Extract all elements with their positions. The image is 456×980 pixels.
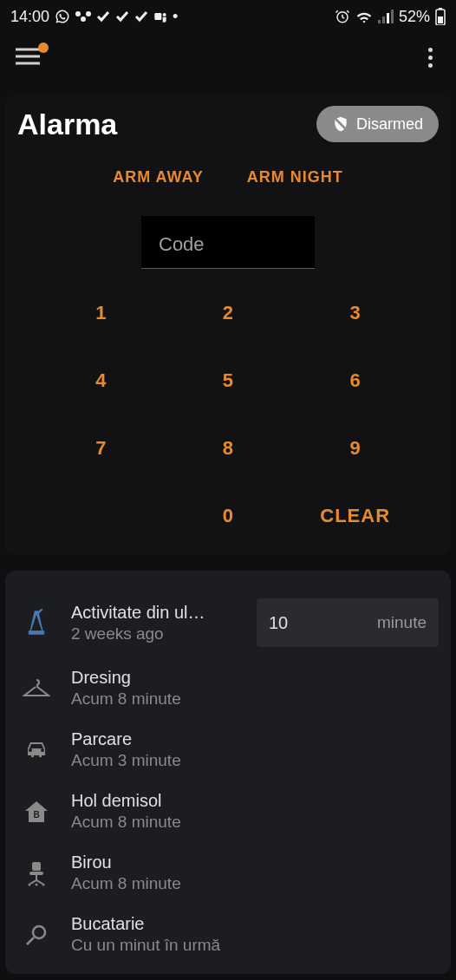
svg-point-20 <box>29 883 31 885</box>
status-badge[interactable]: Disarmed <box>316 106 439 142</box>
svg-rect-14 <box>29 630 44 635</box>
svg-point-4 <box>163 13 166 16</box>
arm-away-button[interactable]: ARM AWAY <box>113 168 204 186</box>
sensor-title: Parcare <box>71 729 439 749</box>
dot-icon: • <box>173 8 178 26</box>
hamburger-icon <box>16 48 40 65</box>
svg-rect-18 <box>29 872 43 875</box>
svg-rect-11 <box>438 16 443 23</box>
svg-rect-12 <box>439 8 442 10</box>
menu-button[interactable] <box>16 48 42 67</box>
whatsapp-icon <box>55 9 70 24</box>
wifi-icon <box>355 10 373 23</box>
svg-rect-7 <box>382 16 385 23</box>
key-1[interactable]: 1 <box>55 295 147 331</box>
list-item[interactable]: Dresing Acum 8 minute <box>17 657 439 719</box>
sensor-subtitle: Acum 3 minute <box>71 751 439 770</box>
check-icon <box>96 10 110 23</box>
svg-text:B: B <box>33 810 39 820</box>
list-item[interactable]: Parcare Acum 3 minute <box>17 719 439 781</box>
sensor-subtitle: Acum 8 minute <box>71 874 439 893</box>
office-chair-icon <box>24 860 49 886</box>
sensor-title: Activitate din ul… <box>71 603 241 623</box>
sensor-title: Bucatarie <box>71 914 439 934</box>
app-bar <box>0 33 456 82</box>
page-title: Alarma <box>17 108 117 141</box>
alarm-clock-icon <box>335 9 350 24</box>
svg-point-23 <box>33 926 45 938</box>
check-icon <box>115 10 129 23</box>
duration-input[interactable]: 10 minute <box>257 598 439 647</box>
keypad: 1 2 3 4 5 6 7 8 9 0 CLEAR <box>55 295 401 534</box>
list-item[interactable]: Bucatarie Cu un minut în urmă <box>17 904 439 965</box>
key-9[interactable]: 9 <box>309 430 401 467</box>
key-clear[interactable]: CLEAR <box>309 498 401 534</box>
signal-icon <box>378 10 394 23</box>
key-2[interactable]: 2 <box>182 295 275 331</box>
svg-point-1 <box>81 16 86 22</box>
duration-unit: minute <box>377 613 427 632</box>
svg-point-0 <box>75 11 81 16</box>
svg-point-2 <box>86 11 91 16</box>
sensor-subtitle: Cu un minut în urmă <box>71 936 439 955</box>
alarm-card: Alarma Disarmed ARM AWAY ARM NIGHT Code … <box>5 94 451 555</box>
sensor-title: Birou <box>71 853 439 872</box>
car-icon <box>23 740 50 761</box>
svg-rect-6 <box>378 20 381 23</box>
key-5[interactable]: 5 <box>182 363 275 399</box>
clock: 14:00 <box>10 8 49 26</box>
home-icon: B <box>23 800 49 824</box>
battery-icon <box>435 8 446 25</box>
svg-rect-8 <box>387 13 389 23</box>
status-badge-label: Disarmed <box>356 115 423 134</box>
status-bar: 14:00 • 52% <box>0 0 456 33</box>
list-item[interactable]: B Hol demisol Acum 8 minute <box>17 781 439 842</box>
key-8[interactable]: 8 <box>182 430 275 467</box>
list-item[interactable]: Birou Acum 8 minute <box>17 842 439 904</box>
dot-icon <box>428 48 433 52</box>
three-dots-icon <box>75 10 91 23</box>
key-4[interactable]: 4 <box>55 363 147 399</box>
battery-percent: 52% <box>399 8 430 26</box>
sensor-title: Dresing <box>71 668 439 688</box>
more-button[interactable] <box>420 47 440 68</box>
dot-icon <box>428 63 433 68</box>
teams-icon <box>153 10 167 23</box>
key-0[interactable]: 0 <box>182 498 275 534</box>
svg-point-21 <box>36 883 38 885</box>
notification-dot-icon <box>38 42 49 53</box>
sensor-subtitle: Acum 8 minute <box>71 689 439 709</box>
svg-rect-3 <box>154 13 161 20</box>
svg-line-24 <box>27 938 34 944</box>
arm-night-button[interactable]: ARM NIGHT <box>247 168 343 186</box>
check-icon <box>134 10 148 23</box>
code-placeholder: Code <box>159 233 205 255</box>
svg-rect-17 <box>32 862 41 871</box>
key-7[interactable]: 7 <box>55 430 147 467</box>
shield-off-icon <box>332 114 349 134</box>
duration-value: 10 <box>269 613 377 633</box>
sensor-subtitle: 2 weeks ago <box>71 624 241 644</box>
hanger-icon <box>23 678 50 699</box>
svg-rect-9 <box>391 10 394 23</box>
dot-icon <box>428 56 433 60</box>
sensor-list: Activitate din ul… 2 weeks ago 10 minute… <box>5 571 451 974</box>
key-3[interactable]: 3 <box>309 295 401 331</box>
sensor-subtitle: Acum 8 minute <box>71 813 439 832</box>
key-6[interactable]: 6 <box>309 363 401 399</box>
metronome-icon <box>24 609 49 637</box>
magnify-icon <box>24 923 49 947</box>
code-input[interactable]: Code <box>141 216 315 269</box>
sensor-title: Hol demisol <box>71 791 439 811</box>
list-item[interactable]: Activitate din ul… 2 weeks ago 10 minute <box>17 588 439 657</box>
svg-point-22 <box>42 883 45 885</box>
